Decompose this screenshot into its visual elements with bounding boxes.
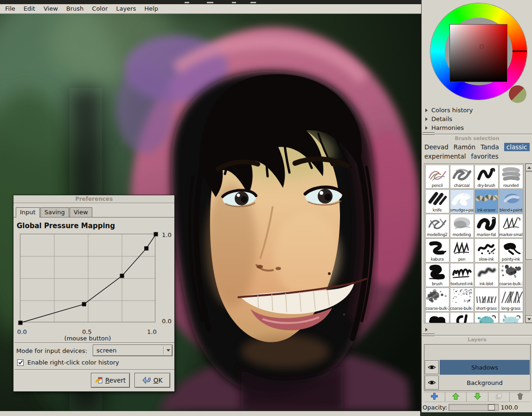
brush-unlabeled[interactable] — [450, 312, 474, 324]
expander-details[interactable]: Details — [422, 115, 532, 123]
brush-coarse-bulk-3[interactable]: coarse-bulk-3 — [499, 263, 523, 287]
brush-coarse-bulk-1[interactable]: coarse-bulk-1 — [450, 288, 474, 312]
menu-edit[interactable]: Edit — [19, 4, 39, 13]
brush-group-classic[interactable]: classic — [504, 143, 530, 151]
expander-colors-history[interactable]: Colors history — [422, 106, 532, 115]
menu-layers[interactable]: Layers — [112, 4, 140, 13]
menu-view[interactable]: View — [39, 4, 62, 13]
brush-group-deevad[interactable]: Deevad — [424, 143, 449, 151]
brush-unlabeled[interactable] — [474, 312, 499, 324]
expander-label: Colors history — [431, 107, 473, 114]
brush-smudge+paint[interactable]: smudge+paint — [450, 189, 474, 213]
lower-layer-button[interactable] — [467, 392, 488, 402]
opacity-slider-handle[interactable] — [488, 404, 495, 410]
brush-label: ink-blot — [475, 282, 498, 286]
brush-label: marker-fat — [475, 232, 498, 237]
mode-label: Mode for input devices: — [16, 347, 87, 354]
brush-group-favorites[interactable]: favorites — [471, 153, 499, 160]
revert-button[interactable]: Revert — [91, 373, 130, 388]
opacity-slider[interactable] — [449, 404, 499, 411]
scrollbar-thumb[interactable] — [526, 172, 532, 260]
input-mode-dropdown[interactable]: screen — [93, 345, 173, 356]
brush-marker-small[interactable]: marker-small — [499, 214, 523, 238]
brush-blend+paint[interactable]: blend+paint — [499, 189, 523, 213]
brush-group-ramón[interactable]: Ramón — [454, 143, 475, 151]
tab-saving[interactable]: Saving — [40, 207, 69, 217]
black-blob-icon — [426, 313, 449, 324]
pressure-curve-plot[interactable] — [20, 234, 155, 322]
window-titlebar-clipped — [0, 0, 421, 4]
right-click-history-checkbox[interactable] — [17, 359, 24, 366]
splotch-cloud-icon — [500, 263, 523, 281]
brush-group-tanda[interactable]: Tanda — [481, 143, 499, 151]
raise-layer-button[interactable] — [445, 392, 467, 402]
layers-panel-title: Layers — [422, 337, 532, 343]
brush-knife[interactable]: knife — [425, 189, 449, 213]
layer-row-shadows[interactable]: Shadows — [425, 360, 530, 375]
layer-visibility-toggle[interactable] — [425, 360, 439, 374]
brush-pen[interactable]: pen — [450, 238, 474, 262]
brush-rounded[interactable]: rounded — [499, 165, 523, 189]
dialog-title[interactable]: Preferences — [13, 195, 174, 203]
add-layer-icon — [430, 392, 438, 402]
soft-shade-icon — [450, 214, 474, 232]
saturation-value-square[interactable] — [449, 24, 507, 82]
scroll-up-icon[interactable] — [526, 164, 532, 171]
brush-group-experimental[interactable]: experimental — [424, 153, 466, 160]
tab-input[interactable]: Input — [16, 207, 40, 218]
checkmark-icon — [18, 360, 23, 365]
soft-strokes-icon — [500, 165, 523, 183]
brush-brush[interactable]: brush — [425, 263, 449, 287]
menu-color[interactable]: Color — [88, 4, 112, 13]
brush-pencil[interactable]: pencil — [425, 165, 449, 189]
brush-kabura[interactable]: kabura — [425, 238, 449, 262]
delete-layer-button[interactable] — [510, 392, 531, 402]
color-selector — [422, 0, 532, 106]
tab-view[interactable]: View — [70, 207, 92, 217]
menu-help[interactable]: Help — [140, 4, 162, 13]
splotch-cloud2-icon — [426, 288, 449, 306]
duplicate-layer-button[interactable] — [488, 392, 510, 402]
brush-label: slow-ink — [475, 257, 498, 262]
add-layer-button[interactable] — [424, 392, 445, 402]
menu-file[interactable]: File — [1, 4, 19, 13]
layers-toolbar — [424, 392, 531, 402]
expander-harmonies[interactable]: Harmonies — [422, 123, 532, 132]
brush-marker-fat[interactable]: marker-fat — [474, 214, 499, 238]
bold-curve-icon — [426, 239, 449, 256]
brush-charcoal[interactable]: charcoal — [450, 165, 474, 189]
brush-textured-ink[interactable]: textured-ink — [450, 263, 474, 287]
brush-label: blend+paint — [500, 208, 523, 212]
brush-modelling[interactable]: modelling — [450, 214, 474, 238]
fat-scribble-icon — [475, 214, 498, 232]
opacity-row: Opacity: 100.0 — [422, 403, 532, 412]
brush-label: ink-eraser — [475, 208, 498, 212]
color-expanders: Colors historyDetailsHarmonies — [422, 106, 532, 132]
brush-list-expander[interactable] — [425, 325, 431, 334]
brush-unlabeled[interactable] — [425, 312, 449, 324]
brush-dry-brush[interactable]: dry-brush — [474, 165, 499, 189]
panel-divider[interactable] — [422, 134, 532, 134]
divider — [14, 342, 174, 343]
scroll-down-icon[interactable] — [526, 315, 532, 323]
brush-label: pointy-ink — [500, 257, 523, 262]
brush-ink-eraser[interactable]: ink-eraser — [474, 189, 499, 213]
brush-label: short-grass — [475, 306, 498, 311]
layer-row-background[interactable]: Background — [425, 375, 530, 390]
current-color-swatch[interactable] — [509, 85, 526, 103]
menu-brush[interactable]: Brush — [62, 4, 88, 13]
brush-long-grass[interactable]: long-grass — [499, 288, 523, 312]
brush-short-grass[interactable]: short-grass — [474, 288, 499, 312]
brush-scrollbar[interactable] — [525, 163, 532, 323]
layer-visibility-toggle[interactable] — [425, 376, 439, 390]
canvas-horizontal-scrollbar[interactable] — [0, 411, 420, 416]
brush-ink-blot[interactable]: ink-blot — [474, 263, 499, 287]
bold-zigzag-icon — [475, 165, 498, 183]
brush-slow-ink[interactable]: slow-ink — [474, 238, 499, 262]
brush-coarse-bulk-2[interactable]: coarse-bulk-2 — [425, 288, 449, 312]
panel-divider[interactable] — [422, 335, 532, 336]
brush-unlabeled[interactable] — [499, 312, 523, 324]
ok-button[interactable]: OK — [135, 373, 170, 388]
brush-modelling2[interactable]: modelling2 — [425, 214, 449, 238]
brush-pointy-ink[interactable]: pointy-ink — [499, 238, 523, 262]
